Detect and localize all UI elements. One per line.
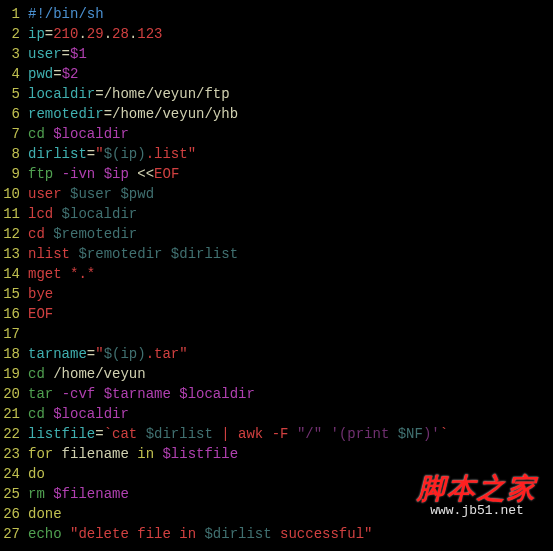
code-token: bye (28, 286, 53, 302)
line-number: 19 (0, 364, 28, 384)
line-number: 21 (0, 404, 28, 424)
code-token: " (95, 346, 103, 362)
code-token: $(ip) (104, 146, 146, 162)
code-content: cd /home/veyun (28, 364, 553, 384)
code-token: in (137, 446, 154, 462)
code-token: #!/bin/sh (28, 6, 104, 22)
code-token: $localdir (53, 406, 129, 422)
code-line: 23for filename in $listfile (0, 444, 553, 464)
code-token: rm (28, 486, 45, 502)
code-token: tar (28, 386, 53, 402)
line-number: 3 (0, 44, 28, 64)
code-token: listfile (28, 426, 95, 442)
code-token: user (28, 186, 70, 202)
code-token (45, 126, 53, 142)
code-line: 13nlist $remotedir $dirlist (0, 244, 553, 264)
line-number: 8 (0, 144, 28, 164)
code-token: remotedir (28, 106, 104, 122)
code-line: 18tarname="$(ip).tar" (0, 344, 553, 364)
code-token: = (95, 86, 103, 102)
code-line: 2ip=210.29.28.123 (0, 24, 553, 44)
code-token: for (28, 446, 53, 462)
code-content: tar -cvf $tarname $localdir (28, 384, 553, 404)
code-line: 6remotedir=/home/veyun/yhb (0, 104, 553, 124)
code-token (53, 166, 61, 182)
line-number: 5 (0, 84, 28, 104)
code-content: for filename in $listfile (28, 444, 553, 464)
code-line: 5localdir=/home/veyun/ftp (0, 84, 553, 104)
code-token: ip (28, 26, 45, 42)
code-content: do (28, 464, 553, 484)
code-token (53, 386, 61, 402)
line-number: 2 (0, 24, 28, 44)
code-line: 21cd $localdir (0, 404, 553, 424)
code-token (45, 486, 53, 502)
code-token: = (95, 426, 103, 442)
code-token: EOF (154, 166, 179, 182)
code-token: cd (28, 126, 45, 142)
code-token: " (179, 346, 187, 362)
code-token: $localdir (53, 126, 129, 142)
line-number: 13 (0, 244, 28, 264)
line-number: 11 (0, 204, 28, 224)
code-token: $NF (398, 426, 423, 442)
code-token: /home/veyun/ftp (104, 86, 230, 102)
code-line: 24do (0, 464, 553, 484)
code-token: user (28, 46, 62, 62)
code-token: .tar (146, 346, 180, 362)
code-token: )' (423, 426, 440, 442)
code-token: $listfile (162, 446, 238, 462)
code-token (322, 426, 330, 442)
code-line: 4pwd=$2 (0, 64, 553, 84)
code-token: /home/veyun/yhb (112, 106, 238, 122)
code-editor: 1#!/bin/sh2ip=210.29.28.1233user=$14pwd=… (0, 4, 553, 544)
code-line: 8dirlist="$(ip).list" (0, 144, 553, 164)
code-content: tarname="$(ip).tar" (28, 344, 553, 364)
code-token: cat (112, 426, 146, 442)
code-token: $user (70, 186, 112, 202)
code-line: 10user $user $pwd (0, 184, 553, 204)
code-line: 20tar -cvf $tarname $localdir (0, 384, 553, 404)
code-token: $dirlist (171, 246, 238, 262)
code-content: ftp -ivn $ip <<EOF (28, 164, 553, 184)
code-token: nlist (28, 246, 78, 262)
code-content (28, 324, 553, 344)
code-token: $2 (62, 66, 79, 82)
code-token (162, 246, 170, 262)
code-token (171, 386, 179, 402)
code-token: filename (53, 446, 137, 462)
code-content: localdir=/home/veyun/ftp (28, 84, 553, 104)
line-number: 24 (0, 464, 28, 484)
code-content: mget *.* (28, 264, 553, 284)
code-token (95, 386, 103, 402)
line-number: 14 (0, 264, 28, 284)
code-token: 123 (137, 26, 162, 42)
code-token: tarname (28, 346, 87, 362)
code-token: " (188, 146, 196, 162)
code-line: 1#!/bin/sh (0, 4, 553, 24)
code-token: do (28, 466, 45, 482)
code-content: nlist $remotedir $dirlist (28, 244, 553, 264)
code-token: echo (28, 526, 62, 542)
code-content: EOF (28, 304, 553, 324)
code-content: rm $filename (28, 484, 553, 504)
code-token: "delete file in (70, 526, 204, 542)
code-content: user=$1 (28, 44, 553, 64)
code-token: $pwd (120, 186, 154, 202)
code-token: $1 (70, 46, 87, 62)
line-number: 4 (0, 64, 28, 84)
code-token: = (53, 66, 61, 82)
code-content: lcd $localdir (28, 204, 553, 224)
code-content: done (28, 504, 553, 524)
code-token: successful" (272, 526, 373, 542)
code-token: mget *.* (28, 266, 95, 282)
code-content: cd $localdir (28, 124, 553, 144)
code-token: = (87, 346, 95, 362)
code-token: $(ip) (104, 346, 146, 362)
code-content: #!/bin/sh (28, 4, 553, 24)
code-token: $tarname (104, 386, 171, 402)
code-token: " (95, 146, 103, 162)
code-content: cd $localdir (28, 404, 553, 424)
code-token: -ivn (62, 166, 96, 182)
code-line: 27echo "delete file in $dirlist successf… (0, 524, 553, 544)
